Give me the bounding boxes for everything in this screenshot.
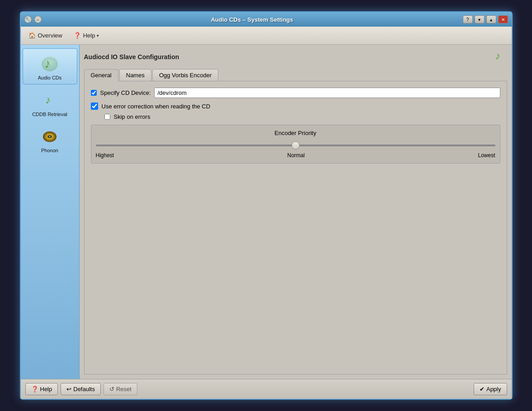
svg-point-5 xyxy=(49,136,50,137)
footer-left: ❓ Help ↩ Defaults ↺ Reset xyxy=(25,383,137,395)
reset-icon: ↺ xyxy=(109,386,114,392)
titlebar-right: ? ▾ ▴ ✕ xyxy=(463,15,508,23)
sidebar-item-cddb-retrieval[interactable]: ♪ CDDB Retrieval xyxy=(23,85,77,121)
footer-right: ✔ Apply xyxy=(474,383,507,395)
overview-icon: 🏠 xyxy=(28,32,36,40)
specify-cd-device-checkbox[interactable] xyxy=(91,90,97,96)
titlebar-max-btn[interactable]: ▴ xyxy=(486,15,496,23)
sidebar: ♪ Audio CDs ♪ xyxy=(21,45,80,379)
titlebar-minimize-btn[interactable]: – xyxy=(34,16,42,23)
overview-label: Overview xyxy=(38,32,62,39)
audio-cds-icon: ♪ xyxy=(39,52,61,74)
help-dropdown-arrow: ▾ xyxy=(97,33,99,38)
sidebar-audio-cds-label: Audio CDs xyxy=(38,75,62,80)
help-toolbar-button[interactable]: ❓ Help ▾ xyxy=(70,30,103,42)
titlebar-left: 🔧 – xyxy=(24,16,42,23)
sidebar-cddb-label: CDDB Retrieval xyxy=(32,112,67,117)
encoder-priority-slider[interactable] xyxy=(96,145,495,146)
reset-label: Reset xyxy=(116,386,132,392)
slider-labels: Highest Normal Lowest xyxy=(96,152,495,159)
main-content: ♪ Audio CDs ♪ xyxy=(21,45,512,379)
use-error-correction-row: Use error correction when reading the CD xyxy=(91,103,500,110)
sidebar-item-phonon[interactable]: Phonon xyxy=(23,121,77,157)
specify-cd-device-label: Specify CD Device: xyxy=(100,89,151,96)
tab-general-content: Specify CD Device: Use error correction … xyxy=(84,81,507,374)
help-toolbar-label: Help xyxy=(83,32,95,39)
content-area: Audiocd IO Slave Configuration ♪ General… xyxy=(80,45,512,379)
help-button[interactable]: ❓ Help xyxy=(25,383,58,395)
window-title: Audio CDs – System Settings xyxy=(42,16,463,23)
toolbar: 🏠 Overview ❓ Help ▾ xyxy=(21,27,512,45)
tab-names[interactable]: Names xyxy=(119,69,151,81)
use-error-correction-checkbox[interactable] xyxy=(91,103,98,110)
encoder-priority-slider-container xyxy=(96,141,495,148)
reset-button[interactable]: ↺ Reset xyxy=(104,383,137,395)
svg-text:♪: ♪ xyxy=(45,94,51,106)
slider-label-normal: Normal xyxy=(287,152,305,159)
defaults-label: Defaults xyxy=(73,386,95,392)
titlebar-shade-btn[interactable]: ▾ xyxy=(475,15,485,23)
tab-ogg-vorbis-encoder[interactable]: Ogg Vorbis Encoder xyxy=(152,69,218,81)
titlebar: 🔧 – Audio CDs – System Settings ? ▾ ▴ ✕ xyxy=(21,12,512,27)
cd-device-input[interactable] xyxy=(154,88,500,98)
phonon-icon xyxy=(39,125,61,147)
titlebar-close-btn[interactable]: ✕ xyxy=(498,15,508,23)
footer: ❓ Help ↩ Defaults ↺ Reset ✔ Apply xyxy=(21,379,512,399)
cddb-retrieval-icon: ♪ xyxy=(39,89,61,111)
specify-cd-device-row: Specify CD Device: xyxy=(91,88,500,98)
titlebar-pin-btn[interactable]: 🔧 xyxy=(24,16,32,23)
help-toolbar-icon: ❓ xyxy=(73,32,81,40)
skip-on-errors-label: Skip on errors xyxy=(114,113,151,120)
slider-label-lowest: Lowest xyxy=(478,152,495,159)
skip-on-errors-checkbox[interactable] xyxy=(104,114,110,120)
skip-on-errors-row: Skip on errors xyxy=(91,113,500,120)
sidebar-item-audio-cds[interactable]: ♪ Audio CDs xyxy=(23,48,77,84)
help-icon: ❓ xyxy=(31,386,38,392)
main-window: 🔧 – Audio CDs – System Settings ? ▾ ▴ ✕ … xyxy=(20,11,513,400)
titlebar-help-btn[interactable]: ? xyxy=(463,15,473,23)
section-title: Audiocd IO Slave Configuration xyxy=(84,53,179,61)
overview-button[interactable]: 🏠 Overview xyxy=(24,30,66,42)
tabs: General Names Ogg Vorbis Encoder xyxy=(84,69,507,81)
slider-label-highest: Highest xyxy=(96,152,114,159)
apply-button[interactable]: ✔ Apply xyxy=(474,383,507,395)
help-label: Help xyxy=(40,386,52,392)
content-header: Audiocd IO Slave Configuration ♪ xyxy=(84,49,507,65)
defaults-button[interactable]: ↩ Defaults xyxy=(61,383,101,395)
svg-text:♪: ♪ xyxy=(495,50,500,61)
use-error-correction-label: Use error correction when reading the CD xyxy=(102,103,211,110)
apply-label: Apply xyxy=(486,386,501,392)
defaults-icon: ↩ xyxy=(66,386,71,392)
apply-icon: ✔ xyxy=(480,386,485,392)
section-header-icon: ♪ xyxy=(494,49,507,65)
tab-general[interactable]: General xyxy=(84,69,118,81)
encoder-priority-title: Encoder Priority xyxy=(96,130,495,136)
svg-text:♪: ♪ xyxy=(44,56,51,70)
encoder-priority-section: Encoder Priority Highest Normal Lowest xyxy=(91,125,500,163)
sidebar-phonon-label: Phonon xyxy=(41,148,58,153)
